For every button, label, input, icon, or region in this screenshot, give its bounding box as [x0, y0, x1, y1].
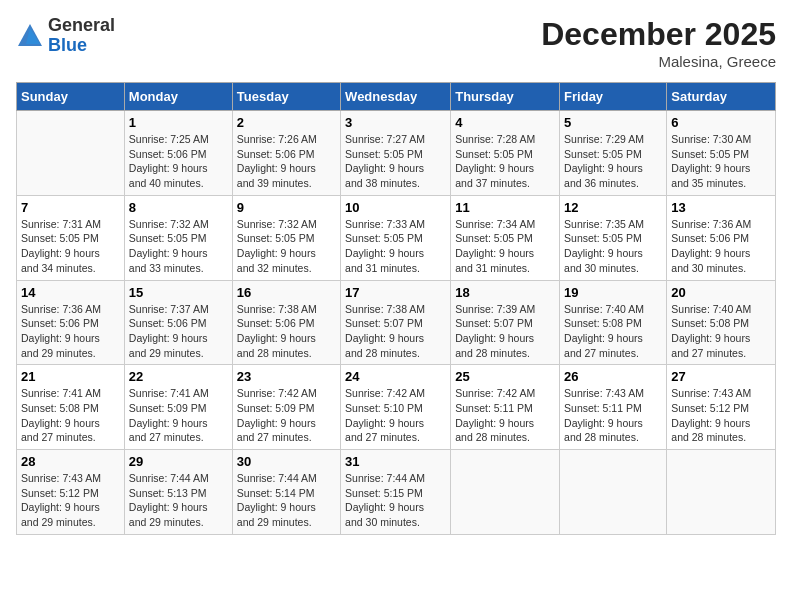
day-number: 8 [129, 200, 228, 215]
title-area: December 2025 Malesina, Greece [541, 16, 776, 70]
week-row-5: 28Sunrise: 7:43 AM Sunset: 5:12 PM Dayli… [17, 450, 776, 535]
day-info: Sunrise: 7:41 AM Sunset: 5:09 PM Dayligh… [129, 386, 228, 445]
day-cell: 31Sunrise: 7:44 AM Sunset: 5:15 PM Dayli… [341, 450, 451, 535]
day-info: Sunrise: 7:27 AM Sunset: 5:05 PM Dayligh… [345, 132, 446, 191]
day-cell: 9Sunrise: 7:32 AM Sunset: 5:05 PM Daylig… [232, 195, 340, 280]
day-cell: 1Sunrise: 7:25 AM Sunset: 5:06 PM Daylig… [124, 111, 232, 196]
day-info: Sunrise: 7:31 AM Sunset: 5:05 PM Dayligh… [21, 217, 120, 276]
day-cell: 4Sunrise: 7:28 AM Sunset: 5:05 PM Daylig… [451, 111, 560, 196]
day-info: Sunrise: 7:37 AM Sunset: 5:06 PM Dayligh… [129, 302, 228, 361]
day-number: 3 [345, 115, 446, 130]
header-cell-tuesday: Tuesday [232, 83, 340, 111]
header-cell-monday: Monday [124, 83, 232, 111]
day-cell: 27Sunrise: 7:43 AM Sunset: 5:12 PM Dayli… [667, 365, 776, 450]
week-row-2: 7Sunrise: 7:31 AM Sunset: 5:05 PM Daylig… [17, 195, 776, 280]
day-info: Sunrise: 7:32 AM Sunset: 5:05 PM Dayligh… [237, 217, 336, 276]
day-info: Sunrise: 7:36 AM Sunset: 5:06 PM Dayligh… [671, 217, 771, 276]
day-number: 16 [237, 285, 336, 300]
logo-icon [16, 22, 44, 50]
day-info: Sunrise: 7:38 AM Sunset: 5:06 PM Dayligh… [237, 302, 336, 361]
day-number: 20 [671, 285, 771, 300]
day-info: Sunrise: 7:41 AM Sunset: 5:08 PM Dayligh… [21, 386, 120, 445]
day-number: 19 [564, 285, 662, 300]
day-number: 12 [564, 200, 662, 215]
day-number: 30 [237, 454, 336, 469]
day-number: 7 [21, 200, 120, 215]
day-cell [667, 450, 776, 535]
day-cell: 8Sunrise: 7:32 AM Sunset: 5:05 PM Daylig… [124, 195, 232, 280]
day-number: 2 [237, 115, 336, 130]
day-cell: 17Sunrise: 7:38 AM Sunset: 5:07 PM Dayli… [341, 280, 451, 365]
day-number: 14 [21, 285, 120, 300]
day-info: Sunrise: 7:44 AM Sunset: 5:15 PM Dayligh… [345, 471, 446, 530]
day-number: 27 [671, 369, 771, 384]
day-cell: 3Sunrise: 7:27 AM Sunset: 5:05 PM Daylig… [341, 111, 451, 196]
day-number: 17 [345, 285, 446, 300]
week-row-3: 14Sunrise: 7:36 AM Sunset: 5:06 PM Dayli… [17, 280, 776, 365]
day-info: Sunrise: 7:44 AM Sunset: 5:14 PM Dayligh… [237, 471, 336, 530]
day-info: Sunrise: 7:35 AM Sunset: 5:05 PM Dayligh… [564, 217, 662, 276]
day-number: 10 [345, 200, 446, 215]
day-info: Sunrise: 7:28 AM Sunset: 5:05 PM Dayligh… [455, 132, 555, 191]
day-info: Sunrise: 7:42 AM Sunset: 5:10 PM Dayligh… [345, 386, 446, 445]
day-info: Sunrise: 7:43 AM Sunset: 5:12 PM Dayligh… [671, 386, 771, 445]
day-number: 9 [237, 200, 336, 215]
header-cell-friday: Friday [560, 83, 667, 111]
day-info: Sunrise: 7:32 AM Sunset: 5:05 PM Dayligh… [129, 217, 228, 276]
day-cell [451, 450, 560, 535]
day-number: 11 [455, 200, 555, 215]
day-cell [560, 450, 667, 535]
month-title: December 2025 [541, 16, 776, 53]
day-number: 6 [671, 115, 771, 130]
day-cell: 19Sunrise: 7:40 AM Sunset: 5:08 PM Dayli… [560, 280, 667, 365]
day-cell: 12Sunrise: 7:35 AM Sunset: 5:05 PM Dayli… [560, 195, 667, 280]
day-number: 25 [455, 369, 555, 384]
day-info: Sunrise: 7:36 AM Sunset: 5:06 PM Dayligh… [21, 302, 120, 361]
week-row-4: 21Sunrise: 7:41 AM Sunset: 5:08 PM Dayli… [17, 365, 776, 450]
day-info: Sunrise: 7:39 AM Sunset: 5:07 PM Dayligh… [455, 302, 555, 361]
day-number: 24 [345, 369, 446, 384]
day-cell: 10Sunrise: 7:33 AM Sunset: 5:05 PM Dayli… [341, 195, 451, 280]
day-cell: 15Sunrise: 7:37 AM Sunset: 5:06 PM Dayli… [124, 280, 232, 365]
day-info: Sunrise: 7:43 AM Sunset: 5:11 PM Dayligh… [564, 386, 662, 445]
day-number: 4 [455, 115, 555, 130]
day-cell: 11Sunrise: 7:34 AM Sunset: 5:05 PM Dayli… [451, 195, 560, 280]
day-info: Sunrise: 7:43 AM Sunset: 5:12 PM Dayligh… [21, 471, 120, 530]
day-cell: 2Sunrise: 7:26 AM Sunset: 5:06 PM Daylig… [232, 111, 340, 196]
day-number: 21 [21, 369, 120, 384]
day-cell: 20Sunrise: 7:40 AM Sunset: 5:08 PM Dayli… [667, 280, 776, 365]
day-cell: 23Sunrise: 7:42 AM Sunset: 5:09 PM Dayli… [232, 365, 340, 450]
day-number: 15 [129, 285, 228, 300]
logo-blue-text: Blue [48, 36, 115, 56]
day-number: 22 [129, 369, 228, 384]
location-subtitle: Malesina, Greece [541, 53, 776, 70]
day-info: Sunrise: 7:25 AM Sunset: 5:06 PM Dayligh… [129, 132, 228, 191]
day-cell: 30Sunrise: 7:44 AM Sunset: 5:14 PM Dayli… [232, 450, 340, 535]
day-cell: 7Sunrise: 7:31 AM Sunset: 5:05 PM Daylig… [17, 195, 125, 280]
day-cell: 29Sunrise: 7:44 AM Sunset: 5:13 PM Dayli… [124, 450, 232, 535]
day-number: 28 [21, 454, 120, 469]
logo-general-text: General [48, 16, 115, 36]
day-info: Sunrise: 7:38 AM Sunset: 5:07 PM Dayligh… [345, 302, 446, 361]
day-info: Sunrise: 7:30 AM Sunset: 5:05 PM Dayligh… [671, 132, 771, 191]
day-cell: 14Sunrise: 7:36 AM Sunset: 5:06 PM Dayli… [17, 280, 125, 365]
day-number: 18 [455, 285, 555, 300]
logo-text: General Blue [48, 16, 115, 56]
day-info: Sunrise: 7:42 AM Sunset: 5:09 PM Dayligh… [237, 386, 336, 445]
day-number: 13 [671, 200, 771, 215]
day-info: Sunrise: 7:44 AM Sunset: 5:13 PM Dayligh… [129, 471, 228, 530]
day-cell [17, 111, 125, 196]
day-cell: 24Sunrise: 7:42 AM Sunset: 5:10 PM Dayli… [341, 365, 451, 450]
day-cell: 18Sunrise: 7:39 AM Sunset: 5:07 PM Dayli… [451, 280, 560, 365]
day-cell: 25Sunrise: 7:42 AM Sunset: 5:11 PM Dayli… [451, 365, 560, 450]
day-number: 31 [345, 454, 446, 469]
day-number: 29 [129, 454, 228, 469]
day-cell: 6Sunrise: 7:30 AM Sunset: 5:05 PM Daylig… [667, 111, 776, 196]
day-cell: 21Sunrise: 7:41 AM Sunset: 5:08 PM Dayli… [17, 365, 125, 450]
day-number: 5 [564, 115, 662, 130]
day-cell: 5Sunrise: 7:29 AM Sunset: 5:05 PM Daylig… [560, 111, 667, 196]
logo: General Blue [16, 16, 115, 56]
header-cell-wednesday: Wednesday [341, 83, 451, 111]
day-info: Sunrise: 7:34 AM Sunset: 5:05 PM Dayligh… [455, 217, 555, 276]
day-info: Sunrise: 7:40 AM Sunset: 5:08 PM Dayligh… [671, 302, 771, 361]
